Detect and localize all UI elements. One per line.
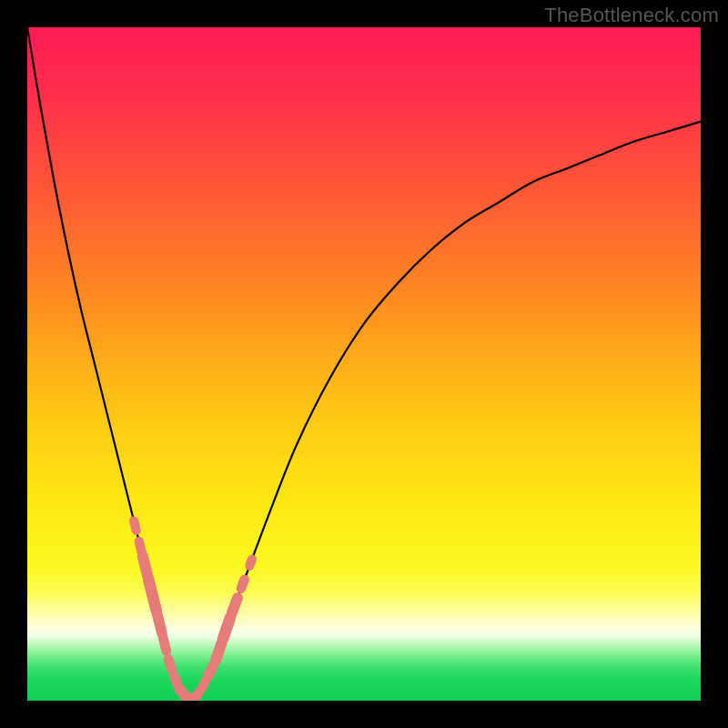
chart-frame: TheBottleneck.com <box>0 0 728 728</box>
plot-area <box>27 27 701 701</box>
gradient-bg <box>27 27 701 701</box>
watermark-text: TheBottleneck.com <box>544 4 719 27</box>
svg-rect-0 <box>27 27 701 701</box>
